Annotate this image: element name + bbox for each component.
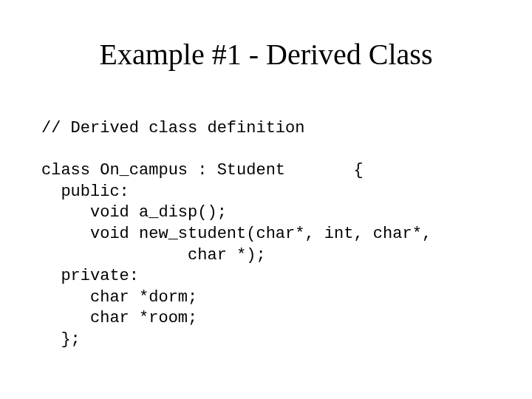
code-line: public: — [41, 183, 129, 201]
code-line: void a_disp(); — [41, 203, 227, 222]
slide: Example #1 - Derived Class // Derived cl… — [0, 0, 532, 399]
code-line: char *dorm; — [41, 288, 197, 307]
code-line: void new_student(char*, int, char*, — [41, 225, 432, 243]
code-line: // Derived class definition — [41, 119, 304, 137]
code-line: class On_campus : Student { — [41, 161, 364, 180]
code-block: // Derived class definition class On_cam… — [41, 118, 432, 351]
code-line: char *room; — [41, 309, 197, 327]
code-line: char *); — [41, 246, 266, 265]
code-line: private: — [41, 267, 139, 285]
slide-title: Example #1 - Derived Class — [0, 37, 532, 72]
code-line: }; — [41, 330, 81, 349]
